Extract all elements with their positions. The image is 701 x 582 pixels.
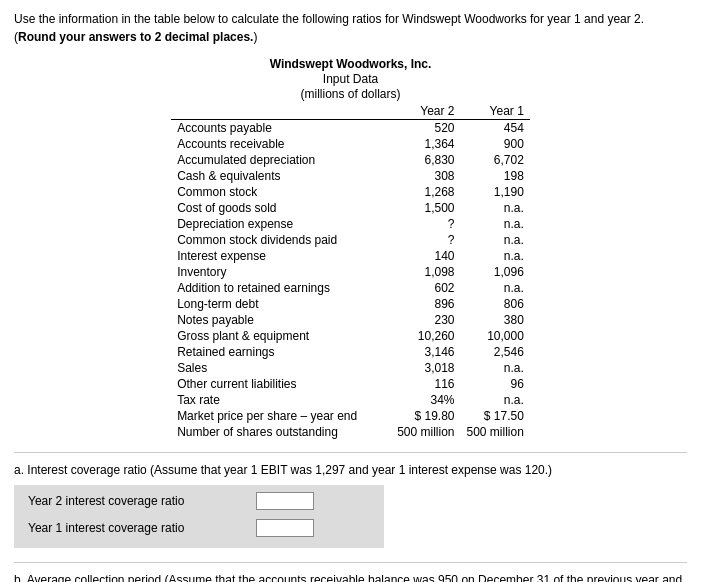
table-row: Notes payable230380 [171, 312, 530, 328]
table-row: Other current liabilities11696 [171, 376, 530, 392]
company-name-row: Windswept Woodworks, Inc. [171, 56, 530, 71]
year2-interest-coverage-label: Year 2 interest coverage ratio [20, 491, 250, 511]
table-row-year2: 230 [391, 312, 460, 328]
divider-2 [14, 562, 687, 563]
table-row-label: Cost of goods sold [171, 200, 391, 216]
table-row: Inventory1,0981,096 [171, 264, 530, 280]
table-row-year1: 454 [461, 120, 530, 137]
table-row: Common stock1,2681,190 [171, 184, 530, 200]
table-row-year1: n.a. [461, 280, 530, 296]
table-row-year2: 3,018 [391, 360, 460, 376]
table-row-year1: n.a. [461, 216, 530, 232]
table-row-year2: 500 million [391, 424, 460, 440]
table-row-label: Accounts payable [171, 120, 391, 137]
table-row-year1: 806 [461, 296, 530, 312]
col-year2-header: Year 2 [391, 103, 460, 120]
year1-interest-coverage-row: Year 1 interest coverage ratio [14, 516, 384, 540]
table-row-year1: 10,000 [461, 328, 530, 344]
table-row-year1: n.a. [461, 248, 530, 264]
table-row-year1: n.a. [461, 232, 530, 248]
table-row: Cash & equivalents308198 [171, 168, 530, 184]
table-row-year2: 1,364 [391, 136, 460, 152]
table-row-year1: n.a. [461, 360, 530, 376]
table-row-label: Market price per share – year end [171, 408, 391, 424]
table-row-year1: 1,190 [461, 184, 530, 200]
table-row-year2: ? [391, 216, 460, 232]
table-row-year1: 198 [461, 168, 530, 184]
table-row: Addition to retained earnings602n.a. [171, 280, 530, 296]
table-row-label: Accounts receivable [171, 136, 391, 152]
year1-interest-coverage-label: Year 1 interest coverage ratio [20, 518, 250, 538]
table-row-year1: $ 17.50 [461, 408, 530, 424]
company-name: Windswept Woodworks, Inc. [171, 56, 530, 71]
table-row-label: Cash & equivalents [171, 168, 391, 184]
table-row-year1: 380 [461, 312, 530, 328]
table-row-year2: $ 19.80 [391, 408, 460, 424]
year1-interest-coverage-input[interactable] [256, 519, 314, 537]
section-b: b. Average collection period (Assume tha… [14, 573, 687, 582]
table-row-label: Depreciation expense [171, 216, 391, 232]
table-row-year2: 896 [391, 296, 460, 312]
table-row-label: Common stock dividends paid [171, 232, 391, 248]
table-row: Sales3,018n.a. [171, 360, 530, 376]
table-row: Market price per share – year end$ 19.80… [171, 408, 530, 424]
table-row-year2: 10,260 [391, 328, 460, 344]
table-row: Long-term debt896806 [171, 296, 530, 312]
year2-interest-coverage-row: Year 2 interest coverage ratio [14, 489, 384, 513]
table-row-label: Interest expense [171, 248, 391, 264]
instructions: Use the information in the table below t… [14, 10, 687, 46]
table-row-year2: 1,098 [391, 264, 460, 280]
unit-row: (millions of dollars) [171, 86, 530, 103]
table-row-year2: 34% [391, 392, 460, 408]
table-row-label: Tax rate [171, 392, 391, 408]
table-row-label: Common stock [171, 184, 391, 200]
table-row: Gross plant & equipment10,26010,000 [171, 328, 530, 344]
table-row-year1: n.a. [461, 392, 530, 408]
table-row-label: Sales [171, 360, 391, 376]
table-row: Accumulated depreciation6,8306,702 [171, 152, 530, 168]
table-row: Accounts payable520454 [171, 120, 530, 137]
table-row-year2: 3,146 [391, 344, 460, 360]
table-row-label: Notes payable [171, 312, 391, 328]
bold-instruction: Round your answers to 2 decimal places. [18, 30, 253, 44]
table-row-year2: 308 [391, 168, 460, 184]
col-label-header [171, 103, 391, 120]
table-row: Retained earnings3,1462,546 [171, 344, 530, 360]
table-row-year1: 500 million [461, 424, 530, 440]
col-year1-header: Year 1 [461, 103, 530, 120]
divider-1 [14, 452, 687, 453]
table-row: Number of shares outstanding500 million5… [171, 424, 530, 440]
section-a: a. Interest coverage ratio (Assume that … [14, 463, 687, 548]
table-row-label: Addition to retained earnings [171, 280, 391, 296]
table-row-year1: 900 [461, 136, 530, 152]
table-row-label: Other current liabilities [171, 376, 391, 392]
table-row-year1: 6,702 [461, 152, 530, 168]
section-b-label: b. Average collection period (Assume tha… [14, 573, 687, 582]
table-row-year1: 2,546 [461, 344, 530, 360]
table-row-year1: n.a. [461, 200, 530, 216]
table-row-year2: ? [391, 232, 460, 248]
table-row: Depreciation expense?n.a. [171, 216, 530, 232]
unit: (millions of dollars) [171, 86, 530, 103]
table-row-label: Gross plant & equipment [171, 328, 391, 344]
subtitle-row: Input Data [171, 71, 530, 86]
table-row-year1: 1,096 [461, 264, 530, 280]
subtitle: Input Data [171, 71, 530, 86]
table-row-year2: 1,500 [391, 200, 460, 216]
col-headers-row: Year 2 Year 1 [171, 103, 530, 120]
table-row: Interest expense140n.a. [171, 248, 530, 264]
table-row-year2: 602 [391, 280, 460, 296]
table-row-year2: 6,830 [391, 152, 460, 168]
section-a-label: a. Interest coverage ratio (Assume that … [14, 463, 687, 477]
input-data-table: Windswept Woodworks, Inc. Input Data (mi… [171, 56, 530, 440]
table-row-label: Accumulated depreciation [171, 152, 391, 168]
table-row: Tax rate34%n.a. [171, 392, 530, 408]
table-row: Common stock dividends paid?n.a. [171, 232, 530, 248]
table-row: Cost of goods sold1,500n.a. [171, 200, 530, 216]
table-row-year2: 116 [391, 376, 460, 392]
table-row-year2: 1,268 [391, 184, 460, 200]
table-row-year2: 140 [391, 248, 460, 264]
year2-interest-coverage-input[interactable] [256, 492, 314, 510]
table-row: Accounts receivable1,364900 [171, 136, 530, 152]
table-row-label: Number of shares outstanding [171, 424, 391, 440]
